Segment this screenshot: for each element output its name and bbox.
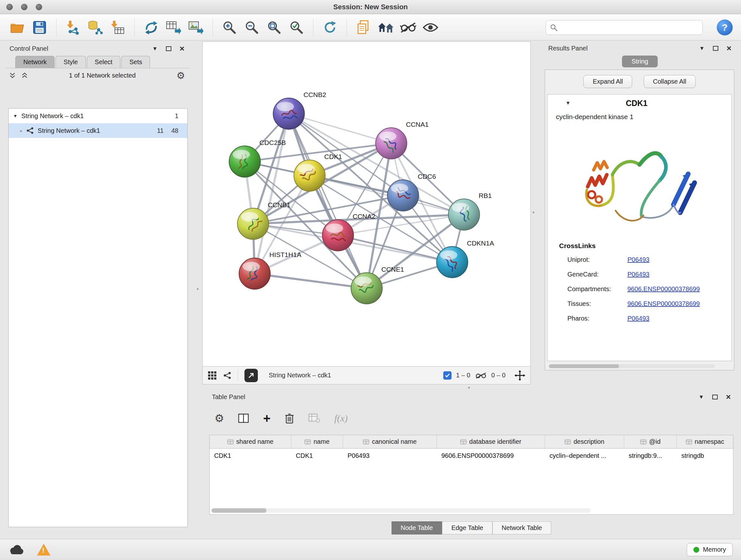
warning-icon[interactable]: ! — [37, 544, 51, 556]
float-panel-icon[interactable] — [713, 46, 718, 51]
network-row[interactable]: ● String Network – cdk1 11 48 — [9, 123, 187, 138]
zoom-fit-button[interactable] — [265, 18, 283, 37]
collapse-panel-icon[interactable]: ▼ — [699, 46, 704, 51]
table-cell[interactable]: P06493 — [343, 449, 437, 462]
network-graph[interactable]: CCNB2CCNA1CDC25BCDK1CDC6RB1CCNB1CCNA2CDK… — [203, 42, 530, 366]
float-panel-icon[interactable] — [712, 395, 718, 399]
cloud-icon[interactable] — [8, 544, 24, 555]
float-panel-icon[interactable] — [166, 46, 172, 51]
search-input[interactable] — [561, 23, 698, 31]
column-header[interactable]: canonical name — [343, 435, 437, 449]
hide-selected-button[interactable] — [399, 18, 417, 37]
apply-layout-button[interactable] — [321, 18, 339, 37]
open-session-button[interactable] — [8, 18, 26, 37]
column-header[interactable]: @id — [624, 435, 677, 449]
table-cell[interactable]: CDK1 — [210, 449, 291, 462]
minimize-window-button[interactable] — [21, 4, 27, 10]
network-collection-row[interactable]: ▼ String Network – cdk1 1 — [9, 109, 187, 123]
crosslink-link[interactable]: P06493 — [627, 256, 650, 263]
zoom-out-button[interactable] — [243, 18, 261, 37]
table-cell[interactable]: CDK1 — [291, 449, 343, 462]
network-node-ccnb2[interactable]: CCNB2 — [273, 91, 326, 129]
network-edge[interactable] — [289, 114, 367, 288]
table-settings-gear-icon[interactable]: ⚙ — [214, 413, 224, 424]
table-row[interactable]: CDK1 CDK1 P06493 9606.ENSP00000378699 cy… — [210, 449, 733, 462]
crosslink-link[interactable]: 9606.ENSP00000378699 — [627, 286, 700, 293]
horizontal-splitter-handle[interactable]: • — [468, 384, 470, 391]
add-column-icon[interactable]: + — [263, 412, 270, 425]
function-builder-icon[interactable]: f(x) — [334, 413, 348, 424]
collapse-all-button[interactable]: Collapse All — [644, 75, 696, 88]
tab-select[interactable]: Select — [87, 56, 121, 68]
column-header[interactable]: shared name — [210, 435, 291, 449]
delete-table-icon[interactable] — [308, 414, 320, 423]
tab-edge-table[interactable]: Edge Table — [442, 521, 492, 535]
detach-view-button[interactable] — [245, 369, 258, 382]
overview-button[interactable] — [377, 18, 395, 37]
expand-all-button[interactable]: Expand All — [583, 75, 632, 88]
export-table-button[interactable] — [165, 18, 183, 37]
help-button[interactable]: ? — [717, 19, 733, 36]
close-panel-icon[interactable]: × — [180, 44, 185, 53]
close-panel-icon[interactable]: × — [726, 393, 731, 401]
expand-all-icon[interactable] — [21, 72, 28, 79]
zoom-in-button[interactable] — [220, 18, 239, 37]
tab-style[interactable]: Style — [56, 56, 85, 68]
import-table-from-file-button[interactable] — [109, 18, 127, 37]
network-node-hist1h1a[interactable]: HIST1H1A — [239, 251, 301, 289]
network-node-ccna1[interactable]: CCNA1 — [376, 121, 428, 159]
collapse-section-icon[interactable]: ▼ — [565, 100, 570, 106]
column-header[interactable]: namespac — [677, 435, 733, 449]
column-header[interactable]: name — [291, 435, 343, 449]
network-edge[interactable] — [255, 114, 289, 273]
share-view-icon[interactable] — [223, 371, 231, 380]
gear-icon[interactable]: ⚙ — [177, 71, 185, 80]
tab-network-table[interactable]: Network Table — [492, 521, 551, 535]
tab-network[interactable]: Network — [15, 56, 55, 68]
maximize-window-button[interactable] — [36, 4, 42, 10]
grid-view-icon[interactable] — [208, 371, 217, 380]
network-node-cdk1[interactable]: CDK1 — [294, 153, 342, 191]
table-cell[interactable]: stringdb — [677, 449, 733, 462]
vertical-splitter-handle[interactable]: • — [197, 286, 199, 292]
network-node-cdkn1a[interactable]: CDKN1A — [436, 240, 494, 278]
import-network-from-file-button[interactable] — [64, 18, 82, 37]
collapse-panel-icon[interactable]: ▼ — [698, 394, 704, 400]
network-node-rb1[interactable]: RB1 — [448, 192, 492, 230]
network-node-ccnb1[interactable]: CCNB1 — [238, 201, 290, 240]
table-horizontal-scrollbar[interactable] — [212, 508, 591, 513]
network-edge[interactable] — [255, 273, 367, 288]
show-columns-icon[interactable] — [238, 414, 249, 423]
tree-expand-icon[interactable]: ▼ — [13, 113, 17, 118]
node-label-cdc6: CDC6 — [418, 173, 436, 180]
show-all-button[interactable] — [421, 18, 440, 37]
selected-checkbox-icon[interactable] — [443, 371, 452, 380]
zoom-selected-button[interactable] — [287, 18, 306, 37]
crosslink-link[interactable]: P06493 — [627, 315, 650, 322]
column-header[interactable]: database identifier — [437, 435, 545, 449]
table-cell[interactable]: 9606.ENSP00000378699 — [437, 449, 545, 462]
import-network-from-database-button[interactable] — [86, 18, 105, 37]
results-scrollbar[interactable] — [549, 364, 715, 368]
collapse-panel-icon[interactable]: ▼ — [152, 46, 158, 51]
network-canvas[interactable]: CCNB2CCNA1CDC25BCDK1CDC6RB1CCNB1CCNA2CDK… — [202, 42, 531, 367]
export-network-button[interactable] — [142, 18, 160, 37]
delete-column-trash-icon[interactable] — [285, 413, 294, 424]
tab-sets[interactable]: Sets — [121, 56, 150, 68]
close-panel-icon[interactable]: × — [727, 44, 731, 52]
tab-string[interactable]: String — [622, 56, 658, 67]
crosslink-link[interactable]: 9606.ENSP00000378699 — [627, 300, 700, 307]
table-cell[interactable]: stringdb:9... — [624, 449, 677, 462]
tab-node-table[interactable]: Node Table — [392, 521, 442, 535]
close-window-button[interactable] — [6, 4, 13, 10]
export-image-button[interactable] — [187, 18, 205, 37]
save-session-button[interactable] — [30, 18, 49, 37]
column-header[interactable]: description — [545, 435, 624, 449]
vertical-splitter-handle[interactable]: • — [532, 209, 535, 215]
collapse-all-icon[interactable] — [9, 72, 16, 79]
crosslink-link[interactable]: P06493 — [627, 271, 650, 278]
memory-button[interactable]: Memory — [687, 543, 733, 556]
table-cell[interactable]: cyclin–dependent ... — [545, 449, 624, 462]
pan-crosshair-icon[interactable] — [515, 370, 525, 381]
copy-document-button[interactable] — [354, 18, 373, 37]
